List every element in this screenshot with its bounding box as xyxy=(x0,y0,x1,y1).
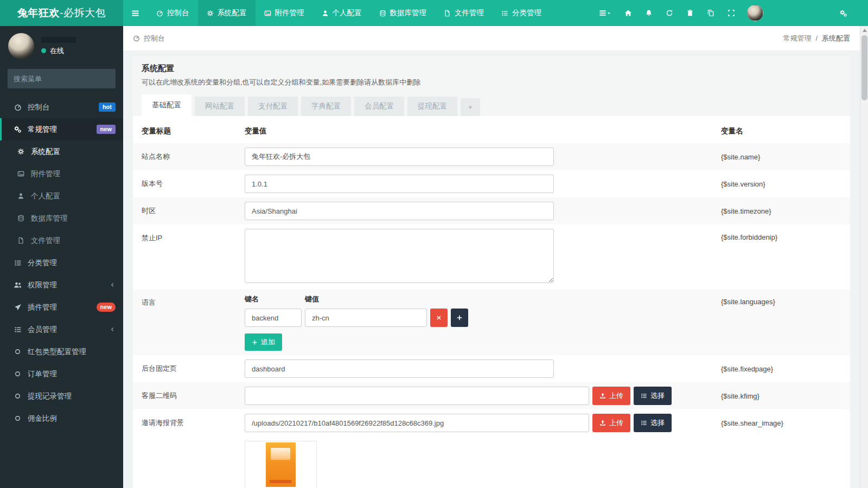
panel-body: 变量标题 变量值 变量名 站点名称 {$site.name} 版本号 {$sit… xyxy=(133,116,850,488)
sidebar-item-permissions[interactable]: 权限管理 xyxy=(0,274,123,296)
nav-item-categories[interactable]: 分类管理 xyxy=(493,0,550,26)
send-icon xyxy=(13,304,22,311)
copy-icon xyxy=(707,9,714,17)
upload-icon xyxy=(599,420,606,426)
fullscreen-button[interactable] xyxy=(721,0,742,26)
language-value-input[interactable] xyxy=(305,309,427,327)
sidebar-item-orders[interactable]: 订单管理 xyxy=(0,363,123,385)
nav-item-dashboard[interactable]: 控制台 xyxy=(148,0,198,26)
tab-payment-config[interactable]: 支付配置 xyxy=(248,97,298,116)
chevron-left-icon xyxy=(110,326,116,332)
home-button[interactable] xyxy=(618,0,639,26)
circle-icon xyxy=(13,415,22,422)
sidebar-item-general[interactable]: 常规管理 new xyxy=(0,118,123,140)
nav-item-profile[interactable]: 个人配置 xyxy=(313,0,371,26)
choose-button[interactable]: 选择 xyxy=(634,414,672,432)
kf-qrcode-input[interactable] xyxy=(245,387,589,405)
trash-icon xyxy=(686,9,694,17)
nav-item-label: 控制台 xyxy=(167,8,189,18)
sidebar-item-plugins[interactable]: 插件管理 new xyxy=(0,296,123,318)
settings-button[interactable] xyxy=(833,0,854,26)
config-tabs: 基础配置 网站配置 支付配置 字典配置 会员配置 提现配置 + xyxy=(142,94,841,116)
breadcrumb-bar: 控制台 常规管理 / 系统配置 xyxy=(123,26,860,50)
sidebar-item-label: 提现记录管理 xyxy=(28,391,72,401)
append-button[interactable]: 追加 xyxy=(245,333,282,351)
online-status: 在线 xyxy=(41,46,76,56)
upload-button[interactable]: 上传 xyxy=(592,387,630,405)
app-logo-bold: 兔年狂欢 xyxy=(17,6,60,20)
variable-name: {$site.name} xyxy=(721,153,846,161)
forbidden-ip-textarea[interactable] xyxy=(245,229,554,283)
remove-row-button[interactable] xyxy=(430,309,448,327)
sidebar-item-categories[interactable]: 分类管理 xyxy=(0,252,123,274)
circle-icon xyxy=(13,348,22,355)
empty-label xyxy=(142,441,245,445)
hamburger-icon xyxy=(131,9,139,17)
copy-button[interactable] xyxy=(700,0,721,26)
nav-item-database[interactable]: 数据库管理 xyxy=(371,0,436,26)
key-name-header: 键名 xyxy=(245,294,305,304)
language-key-input[interactable] xyxy=(245,309,302,327)
search-icon[interactable] xyxy=(109,75,110,82)
breadcrumb-dashboard[interactable]: 控制台 xyxy=(144,34,165,43)
invite-poster-input[interactable] xyxy=(245,414,589,432)
window-scrollbar[interactable] xyxy=(860,26,868,488)
notifications-button[interactable] xyxy=(639,0,659,26)
add-row-button[interactable] xyxy=(451,309,468,327)
tab-website-config[interactable]: 网站配置 xyxy=(195,97,245,116)
tab-basic-config[interactable]: 基础配置 xyxy=(142,94,192,116)
version-input[interactable] xyxy=(245,175,554,193)
col-header-title: 变量标题 xyxy=(142,126,245,136)
nav-item-attachments[interactable]: 附件管理 xyxy=(256,0,313,26)
tab-add-button[interactable]: + xyxy=(461,98,480,116)
circle-icon xyxy=(13,370,22,377)
sidebar-item-dashboard[interactable]: 控制台 hot xyxy=(0,96,123,118)
gauge-icon xyxy=(133,35,140,42)
nav-item-label: 附件管理 xyxy=(275,8,304,18)
users-icon xyxy=(13,281,22,289)
fixed-page-input[interactable] xyxy=(245,359,554,378)
plus-icon xyxy=(456,314,463,321)
breadcrumb[interactable]: 控制台 xyxy=(133,34,165,43)
menu-search-input[interactable] xyxy=(14,75,109,83)
sidebar-item-profile[interactable]: 个人配置 xyxy=(0,185,123,207)
sidebar-item-withdraw-records[interactable]: 提现记录管理 xyxy=(0,385,123,407)
list-icon xyxy=(501,10,508,17)
image-icon xyxy=(16,170,25,177)
tab-dictionary-config[interactable]: 字典配置 xyxy=(301,97,351,116)
poster-preview-box[interactable] xyxy=(245,441,317,488)
refresh-button[interactable] xyxy=(659,0,680,26)
sidebar-item-system-config[interactable]: 系统配置 xyxy=(0,140,123,163)
username-redacted xyxy=(41,37,76,43)
timezone-input[interactable] xyxy=(245,202,554,220)
variable-name: {$site.kfimg} xyxy=(721,392,846,400)
sidebar-item-files[interactable]: 文件管理 xyxy=(0,229,123,252)
nav-item-system-config[interactable]: 系统配置 xyxy=(198,0,256,26)
invite-poster-thumbnail[interactable] xyxy=(266,442,296,487)
site-name-input[interactable] xyxy=(245,147,554,166)
breadcrumb-section[interactable]: 常规管理 xyxy=(783,34,811,43)
tab-member-config[interactable]: 会员配置 xyxy=(354,97,404,116)
nav-item-label: 文件管理 xyxy=(455,8,484,18)
scrollbar-thumb[interactable] xyxy=(861,35,867,100)
choose-button[interactable]: 选择 xyxy=(634,387,672,405)
circle-icon xyxy=(13,393,22,400)
hot-badge: hot xyxy=(99,102,116,112)
avatar[interactable] xyxy=(747,5,763,21)
scrollbar-up-arrow-icon[interactable] xyxy=(863,29,867,32)
clear-button[interactable] xyxy=(680,0,700,26)
sidebar-item-members[interactable]: 会员管理 xyxy=(0,318,123,341)
upload-button[interactable]: 上传 xyxy=(592,414,630,432)
sidebar-item-database[interactable]: 数据库管理 xyxy=(0,207,123,229)
nav-item-label: 分类管理 xyxy=(512,8,541,18)
plus-icon xyxy=(252,339,258,345)
nav-item-files[interactable]: 文件管理 xyxy=(435,0,493,26)
app-logo[interactable]: 兔年狂欢-必拆大包 xyxy=(0,0,123,26)
sidebar-toggle-button[interactable] xyxy=(123,0,148,26)
avatar[interactable] xyxy=(8,33,34,59)
sidebar-item-redpacket-type[interactable]: 红包类型配置管理 xyxy=(0,341,123,363)
tab-withdraw-config[interactable]: 提现配置 xyxy=(407,97,457,116)
sidebar-item-attachments[interactable]: 附件管理 xyxy=(0,163,123,185)
sidebar-item-commission-rate[interactable]: 佣金比例 xyxy=(0,407,123,429)
tabs-menu-dropdown[interactable] xyxy=(592,0,618,26)
